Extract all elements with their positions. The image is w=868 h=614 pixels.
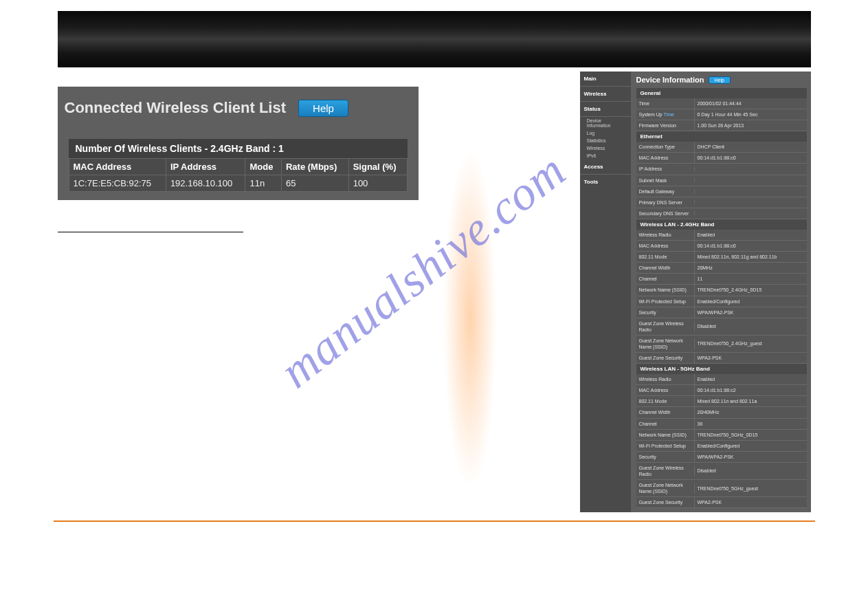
band-header: Number Of Wireless Clients - 2.4GHz Band… (69, 139, 408, 158)
info-value: 11 (694, 274, 807, 284)
info-value: Mixed 802.11n, 802.11g and 802.11b (694, 252, 807, 262)
info-value: Enabled/Configured (694, 296, 807, 307)
col-rate: Rate (Mbps) (281, 159, 348, 175)
info-row: Network Name (SSID)TRENDnet750_5GHz_0D15 (636, 430, 807, 441)
info-label: Wi-Fi Protected Setup (636, 296, 694, 307)
info-label: Channel Width (636, 263, 694, 273)
info-row: SecurityWPA/WPA2-PSK (636, 307, 807, 318)
right-title-row: Device Information Help (636, 76, 807, 84)
info-row: Guest Zone Network Name (SSID)TRENDnet75… (636, 336, 807, 353)
center-glow (429, 72, 511, 522)
info-value: WPA/WPA2-PSK (694, 452, 807, 462)
info-row: Time2000/01/02 01:44:44 (636, 98, 807, 109)
info-row: Channel Width20MHz (636, 263, 807, 274)
wireless-client-panel: Connected Wireless Client List Help Numb… (58, 87, 419, 200)
info-label: Security (636, 452, 694, 462)
info-label: Network Name (SSID) (636, 430, 694, 440)
footer-divider (54, 520, 815, 522)
label-link[interactable]: Time (664, 112, 674, 117)
sidebar-subitem[interactable]: Log (580, 129, 631, 137)
client-table: MAC Address IP Address Mode Rate (Mbps) … (69, 158, 408, 192)
info-label: Channel Width (636, 407, 694, 417)
info-label: Wireless Radio (636, 374, 694, 384)
info-value: WPA2-PSK (694, 497, 807, 507)
cell-ip: 192.168.10.100 (166, 175, 245, 192)
info-label: Guest Zone Security (636, 497, 694, 507)
info-label: Connection Type (636, 142, 694, 152)
info-row: Primary DNS Server (636, 197, 807, 208)
info-row: Default Gateway (636, 186, 807, 197)
info-row: Channel36 (636, 419, 807, 430)
sidebar-nav: Main Wireless Status Device InformationL… (580, 72, 631, 512)
info-value: 20MHz (694, 263, 807, 273)
info-label: Primary DNS Server (636, 197, 694, 208)
sidebar-item-wireless[interactable]: Wireless (580, 87, 631, 102)
info-label: Wireless Radio (636, 230, 694, 240)
sidebar-item-tools[interactable]: Tools (580, 175, 631, 189)
section-header: Ethernet (636, 131, 807, 142)
info-row: IP Address (636, 164, 807, 175)
info-label: Guest Zone Wireless Radio (636, 318, 694, 335)
info-value: WPA/WPA2-PSK (694, 307, 807, 318)
right-column: Main Wireless Status Device InformationL… (580, 72, 811, 512)
info-row: Guest Zone SecurityWPA2-PSK (636, 353, 807, 364)
info-row: Wireless RadioEnabled (636, 374, 807, 385)
sidebar-item-access[interactable]: Access (580, 160, 631, 175)
col-ip: IP Address (166, 159, 245, 175)
info-value (694, 189, 807, 193)
info-label: Guest Zone Security (636, 353, 694, 363)
info-label: Channel (636, 274, 694, 284)
info-row: Wi-Fi Protected SetupEnabled/Configured (636, 441, 807, 452)
info-value: 00:14:d1:b1:88:c0 (694, 241, 807, 251)
info-label: Wi-Fi Protected Setup (636, 441, 694, 451)
info-value: 2000/01/02 01:44:44 (694, 98, 807, 109)
left-title-row: Connected Wireless Client List Help (58, 99, 419, 127)
info-value: TRENDnet750_2.4GHz_0D15 (694, 285, 807, 295)
left-inner: Number Of Wireless Clients - 2.4GHz Band… (58, 127, 419, 192)
info-row: SecurityWPA/WPA2-PSK (636, 452, 807, 463)
info-row: Firmware Version1.00 Sun 28 Apr 2013 (636, 120, 807, 131)
sidebar-item-status[interactable]: Status (580, 102, 631, 117)
info-label: Time (636, 98, 694, 109)
right-panel-title: Device Information (636, 76, 704, 84)
sidebar-item-main[interactable]: Main (580, 72, 631, 87)
info-row: 802.11 ModeMixed 802.11n and 802.11a (636, 396, 807, 407)
info-value: 00:14:d1:b1:88:c0 (694, 153, 807, 163)
info-value (694, 200, 807, 204)
info-label: 802.11 Mode (636, 252, 694, 262)
info-value: 0 Day 1 Hour 44 Min 45 Sec (694, 109, 807, 120)
info-row: MAC Address00:14:d1:b1:88:c0 (636, 241, 807, 252)
sidebar-subitem[interactable]: Wireless (580, 144, 631, 152)
section-header: Wireless LAN - 5GHz Band (636, 364, 807, 374)
sidebar-subitem[interactable]: IPv6 (580, 152, 631, 160)
content-row: manualshive.com Connected Wireless Clien… (58, 72, 811, 512)
left-panel-title: Connected Wireless Client List (65, 99, 287, 117)
info-value: Enabled (694, 230, 807, 240)
info-label: Guest Zone Network Name (SSID) (636, 480, 694, 496)
info-row: Channel11 (636, 274, 807, 285)
info-label: Secondary DNS Server (636, 208, 694, 219)
info-row: MAC Address00:14:d1:b1:88:c0 (636, 153, 807, 164)
info-label: 802.11 Mode (636, 396, 694, 406)
info-row: Guest Zone Wireless RadioDisabled (636, 463, 807, 480)
section-header: Wireless LAN - 2.4GHz Band (636, 219, 807, 230)
info-row: MAC Address00:14:d1:b1:88:c2 (636, 385, 807, 396)
info-label: IP Address (636, 164, 694, 174)
col-mode: Mode (245, 159, 281, 175)
cell-rate: 65 (281, 175, 348, 192)
info-value: TRENDnet750_5GHz_0D15 (694, 430, 807, 440)
info-label: Security (636, 307, 694, 318)
info-label: Network Name (SSID) (636, 285, 694, 295)
sidebar-subitem[interactable]: Device Information (580, 117, 631, 129)
info-value (694, 178, 807, 182)
help-button[interactable]: Help (709, 76, 731, 84)
info-row: Guest Zone SecurityWPA2-PSK (636, 497, 807, 508)
sidebar-subitem[interactable]: Statistics (580, 137, 631, 144)
device-info-panel: Main Wireless Status Device InformationL… (580, 72, 811, 512)
info-value: TRENDnet750_2.4GHz_guest (694, 338, 807, 349)
info-label: MAC Address (636, 385, 694, 395)
help-button[interactable]: Help (298, 100, 348, 117)
left-column: Connected Wireless Client List Help Numb… (58, 87, 419, 232)
info-value: Disabled (694, 465, 807, 476)
info-value (694, 167, 807, 171)
